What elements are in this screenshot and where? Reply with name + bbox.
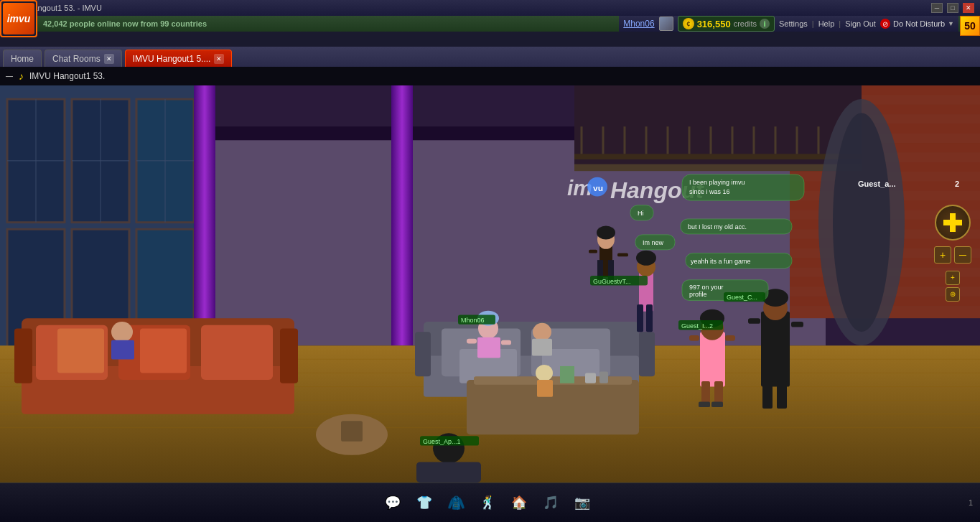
music-minimize-button[interactable]: ─ — [6, 70, 13, 82]
svg-point-84 — [597, 225, 615, 239]
toolbar-home-button[interactable]: 🏠 — [509, 493, 529, 513]
dnd-area[interactable]: ⊘ Do Not Disturb ▼ — [880, 19, 954, 29]
svg-point-117 — [111, 322, 133, 342]
credits-amount: 316,550 — [697, 19, 731, 29]
svg-rect-110 — [477, 337, 500, 358]
tab-hangout[interactable]: IMVU Hangout1 5.... ✕ — [125, 50, 233, 67]
svg-rect-98 — [714, 381, 723, 405]
svg-rect-118 — [111, 340, 134, 360]
svg-rect-64 — [280, 328, 298, 383]
svg-text:Hi: Hi — [638, 210, 644, 217]
svg-rect-106 — [762, 381, 773, 409]
zoom-in-button[interactable]: + — [934, 246, 951, 264]
toolbar-emote-button[interactable]: 🕺 — [477, 493, 498, 513]
sign-out-link[interactable]: Sign Out — [845, 19, 876, 28]
tab-home-label: Home — [11, 54, 34, 64]
svg-rect-33 — [574, 164, 862, 172]
svg-rect-112 — [501, 340, 511, 345]
tab-hangout-close[interactable]: ✕ — [214, 54, 224, 64]
music-room-name: IMVU Hangout1 53. — [29, 71, 105, 81]
zoom-out-button[interactable]: ─ — [954, 246, 971, 264]
svg-text:997 on your: 997 on your — [689, 284, 724, 291]
svg-rect-79 — [341, 421, 363, 442]
imvu-logo-inner: imvu — [3, 3, 34, 34]
svg-point-89 — [636, 251, 656, 266]
toolbar-outfit-button[interactable]: 👕 — [414, 493, 434, 513]
svg-rect-96 — [725, 335, 735, 341]
svg-text:Guest_I...2: Guest_I...2 — [681, 322, 713, 330]
svg-text:GuGuestvT...: GuGuestvT... — [593, 278, 630, 285]
chat-icon: 💬 — [383, 493, 403, 513]
svg-text:vu: vu — [593, 183, 603, 192]
svg-rect-99 — [699, 401, 710, 407]
user-area: Mhon06 ₵ 316,550 credits i Settings | He… — [619, 16, 958, 32]
svg-rect-18 — [391, 85, 413, 345]
svg-text:Im new: Im new — [643, 239, 664, 246]
credits-area: ₵ 316,550 credits i — [678, 16, 775, 32]
svg-text:Guest_a...: Guest_a... — [858, 180, 896, 188]
scene-svg: im vu Hangout I been playing imvu since … — [0, 85, 980, 483]
toolbar-hanger-button[interactable]: 🧥 — [446, 493, 466, 513]
tab-chatrooms-label: Chat Rooms — [52, 54, 101, 64]
svg-point-113 — [533, 323, 551, 341]
svg-rect-77 — [599, 372, 608, 383]
toolbar-camera-button[interactable]: 📷 — [572, 493, 592, 513]
user-avatar — [659, 17, 673, 31]
svg-text:Mhon06: Mhon06 — [461, 317, 485, 324]
svg-rect-120 — [416, 462, 481, 483]
title-bar: IMVU Hangout1 53. - IMVU ─ □ ✕ — [0, 0, 980, 16]
toolbar-chat-button[interactable]: 💬 — [383, 493, 403, 513]
main-content: ─ ♪ IMVU Hangout1 53. — [0, 67, 980, 483]
tab-chatrooms[interactable]: Chat Rooms ✕ — [45, 50, 122, 67]
page-number: 1 — [969, 498, 973, 507]
svg-rect-101 — [761, 312, 790, 387]
svg-rect-61 — [57, 328, 104, 373]
svg-rect-72 — [639, 332, 655, 376]
credits-coin-icon: ₵ — [683, 18, 694, 29]
toolbar-right: 1 — [969, 498, 973, 507]
svg-text:profile: profile — [689, 291, 707, 298]
svg-rect-63 — [14, 328, 32, 383]
svg-rect-62 — [140, 328, 187, 373]
svg-rect-107 — [777, 381, 787, 409]
svg-rect-90 — [637, 304, 643, 332]
nav-cross-icon — [942, 212, 963, 233]
svg-text:since i was 16: since i was 16 — [689, 188, 730, 195]
nav-arrows-panel: + ─ + ⊕ — [931, 205, 974, 302]
settings-link[interactable]: Settings — [779, 19, 808, 28]
online-status-text: 42,042 people online now from 99 countri… — [43, 19, 207, 28]
music-icon: 🎵 — [541, 493, 561, 513]
svg-rect-104 — [748, 318, 760, 324]
tab-chatrooms-close[interactable]: ✕ — [104, 54, 114, 64]
svg-rect-92 — [700, 332, 725, 386]
scene-render: im vu Hangout I been playing imvu since … — [0, 85, 980, 483]
svg-rect-111 — [467, 339, 477, 344]
svg-point-115 — [536, 365, 553, 381]
nav-extra-button-2[interactable]: ⊕ — [946, 287, 960, 302]
badge-value: 50 — [964, 20, 976, 32]
hanger-icon: 🧥 — [446, 493, 466, 513]
credits-info-icon[interactable]: i — [760, 19, 770, 29]
tab-hangout-label: IMVU Hangout1 5.... — [133, 54, 211, 64]
toolbar-music-button[interactable]: 🎵 — [541, 493, 561, 513]
svg-rect-85 — [589, 250, 597, 253]
svg-rect-17 — [194, 85, 215, 345]
maximize-button[interactable]: □ — [947, 3, 958, 13]
svg-rect-60 — [201, 325, 273, 380]
svg-rect-86 — [617, 253, 628, 257]
nav-separator-1: | — [812, 19, 814, 28]
home-icon: 🏠 — [509, 493, 529, 513]
nav-separator-2: | — [839, 19, 841, 28]
close-button[interactable]: ✕ — [963, 3, 974, 13]
nav-dpad[interactable] — [935, 205, 971, 241]
tab-home[interactable]: Home — [3, 50, 42, 67]
minimize-button[interactable]: ─ — [931, 3, 943, 13]
username-link[interactable]: Mhon06 — [623, 19, 654, 29]
svg-rect-114 — [532, 339, 552, 356]
svg-rect-97 — [701, 381, 710, 405]
imvu-logo: imvu — [0, 0, 37, 37]
svg-rect-91 — [646, 304, 653, 332]
help-link[interactable]: Help — [818, 19, 835, 28]
nav-extra-button-1[interactable]: + — [946, 271, 960, 285]
camera-icon: 📷 — [572, 493, 592, 513]
